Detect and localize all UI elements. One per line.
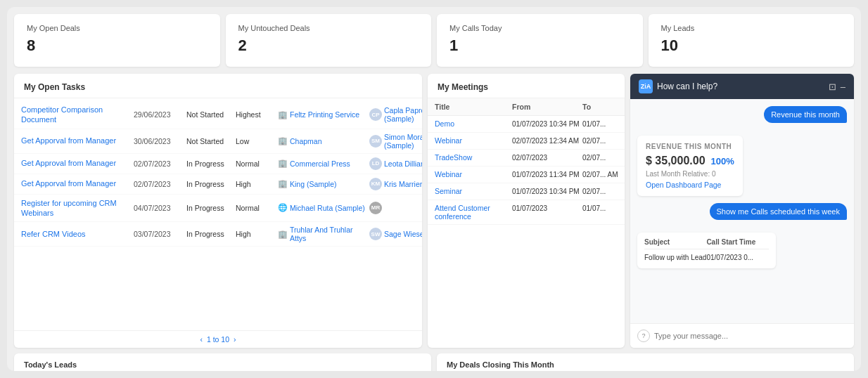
calls-row: Follow up with Lead 01/07/2023 0... bbox=[644, 252, 769, 263]
chat-minimize-button[interactable]: – bbox=[841, 82, 845, 92]
task-contact[interactable]: SM Simon Morasca (Sample) bbox=[369, 133, 422, 150]
meetings-column-headers: Title From To bbox=[428, 98, 625, 116]
chat-input-area: ? bbox=[630, 323, 854, 348]
task-title-link[interactable]: Get Apporval from Manager bbox=[21, 136, 134, 145]
untouched-deals-value: 2 bbox=[238, 37, 419, 55]
task-company[interactable]: 🏢 Feltz Printing Service bbox=[278, 110, 369, 119]
deals-closing-label: My Deals Closing This Month bbox=[447, 360, 554, 369]
table-row: Competitor Comparison Document 29/06/202… bbox=[14, 101, 422, 129]
open-deals-card: My Open Deals 8 bbox=[14, 14, 220, 67]
meeting-title[interactable]: Demo bbox=[435, 119, 512, 128]
pagination-next[interactable]: › bbox=[234, 335, 236, 344]
meeting-title[interactable]: Webinar bbox=[435, 170, 512, 178]
meeting-title[interactable]: TradeShow bbox=[435, 153, 512, 162]
avatar: SW bbox=[369, 228, 382, 240]
building-icon: 🌐 bbox=[278, 203, 288, 212]
task-priority: High bbox=[236, 180, 278, 188]
meeting-title[interactable]: Webinar bbox=[435, 136, 512, 145]
task-date: 04/07/2023 bbox=[134, 204, 186, 212]
today-leads-card: Today's Leads bbox=[14, 353, 431, 371]
task-date: 02/07/2023 bbox=[134, 159, 186, 168]
revenue-card: REVENUE THIS MONTH $ 35,000.00 100% Last… bbox=[637, 136, 743, 196]
task-title-link[interactable]: Refer CRM Videos bbox=[21, 229, 134, 239]
table-row: Register for upcoming CRM Webinars 04/07… bbox=[14, 195, 422, 223]
meeting-to: 02/07... bbox=[582, 153, 625, 162]
task-company[interactable]: 🏢 Commercial Press bbox=[278, 159, 369, 168]
meetings-table[interactable]: Title From To Demo 01/07/2023 10:34 PM 0… bbox=[428, 98, 625, 348]
untouched-deals-title: My Untouched Deals bbox=[238, 24, 419, 32]
tasks-header: My Open Tasks bbox=[14, 74, 422, 98]
chat-message-input[interactable] bbox=[654, 332, 847, 340]
deals-closing-card: My Deals Closing This Month bbox=[437, 353, 854, 371]
meeting-to: 02/07... AM bbox=[582, 170, 625, 179]
task-date: 03/07/2023 bbox=[134, 230, 186, 238]
task-title-link[interactable]: Get Approval from Manager bbox=[21, 158, 134, 168]
meeting-to: 01/07... bbox=[582, 119, 625, 129]
meeting-from: 01/07/2023 10:34 PM bbox=[512, 119, 582, 129]
meeting-to: 01/07... bbox=[582, 204, 625, 213]
list-item: Webinar 01/07/2023 11:34 PM 02/07... AM bbox=[428, 167, 625, 183]
table-row: Get Approval from Manager 02/07/2023 In … bbox=[14, 154, 422, 174]
leads-title: My Leads bbox=[661, 24, 842, 32]
untouched-deals-card: My Untouched Deals 2 bbox=[226, 14, 432, 67]
task-title-link[interactable]: Register for upcoming CRM Webinars bbox=[21, 198, 134, 219]
task-status: Not Started bbox=[186, 110, 236, 119]
open-dashboard-link[interactable]: Open Dashboard Page bbox=[646, 181, 734, 189]
meeting-from: 01/07/2023 10:34 PM bbox=[512, 187, 582, 196]
task-status: In Progress bbox=[186, 180, 236, 188]
calls-card-header: Subject Call Start Time bbox=[644, 238, 769, 249]
task-priority: Low bbox=[236, 137, 278, 145]
revenue-amount: $ 35,000.00 100% bbox=[646, 155, 734, 167]
meeting-to: 02/07... bbox=[582, 187, 625, 196]
meetings-panel: My Meetings Title From To Demo 01/07/202… bbox=[428, 74, 625, 348]
col-from: From bbox=[512, 103, 582, 111]
avatar: KM bbox=[369, 178, 382, 190]
task-status: Not Started bbox=[186, 137, 236, 145]
task-title-link[interactable]: Competitor Comparison Document bbox=[21, 105, 134, 125]
task-date: 29/06/2023 bbox=[134, 110, 186, 119]
task-contact[interactable]: MR bbox=[369, 202, 422, 214]
task-status: In Progress bbox=[186, 204, 236, 212]
task-company[interactable]: 🌐 Michael Ruta (Sample) bbox=[278, 203, 369, 212]
task-priority: Normal bbox=[236, 159, 278, 168]
revenue-value: $ 35,000.00 bbox=[646, 155, 706, 167]
building-icon: 🏢 bbox=[278, 136, 288, 145]
pagination-prev[interactable]: ‹ bbox=[200, 335, 203, 344]
task-company[interactable]: 🏢 King (Sample) bbox=[278, 179, 369, 188]
table-row: Get Apporval from Manager 02/07/2023 In … bbox=[14, 174, 422, 195]
revenue-last-month: Last Month Relative: 0 bbox=[646, 170, 734, 178]
meeting-from: 01/07/2023 bbox=[512, 204, 582, 213]
help-icon-label: ? bbox=[642, 332, 645, 339]
calls-col-subject: Subject bbox=[644, 238, 706, 246]
bottom-row: Today's Leads My Deals Closing This Mont… bbox=[14, 353, 854, 371]
task-company[interactable]: 🏢 Truhlar And Truhlar Attys bbox=[278, 226, 369, 242]
list-item: Seminar 01/07/2023 10:34 PM 02/07... bbox=[428, 183, 625, 200]
chat-expand-button[interactable]: ⊡ bbox=[829, 82, 836, 92]
avatar: SM bbox=[369, 135, 382, 148]
task-priority: Highest bbox=[236, 110, 278, 119]
chat-header-title: How can I help? bbox=[657, 82, 717, 91]
task-contact[interactable]: LD Leota Dilliard (Sample) bbox=[369, 157, 422, 170]
chat-help-icon[interactable]: ? bbox=[637, 330, 650, 342]
meeting-title[interactable]: Attend Customer conference bbox=[435, 204, 512, 221]
task-status: In Progress bbox=[186, 230, 236, 238]
meeting-title[interactable]: Seminar bbox=[435, 187, 512, 195]
task-company[interactable]: 🏢 Chapman bbox=[278, 136, 369, 145]
calls-today-card: My Calls Today 1 bbox=[437, 14, 643, 67]
task-priority: High bbox=[236, 230, 278, 238]
task-title-link[interactable]: Get Apporval from Manager bbox=[21, 178, 134, 188]
task-contact[interactable]: SW Sage Wieser (Sample) bbox=[369, 228, 422, 240]
calls-today-title: My Calls Today bbox=[449, 24, 630, 32]
revenue-pct: 100% bbox=[711, 156, 734, 167]
building-icon: 🏢 bbox=[278, 110, 288, 119]
calls-col-time: Call Start Time bbox=[706, 238, 768, 246]
avatar: MR bbox=[369, 202, 382, 214]
pagination-text: 1 to 10 bbox=[207, 335, 229, 344]
user-message-1: Revenue this month bbox=[764, 106, 847, 123]
avatar: CP bbox=[369, 108, 382, 121]
task-contact[interactable]: KM Kris Marrier (Sample) bbox=[369, 178, 422, 190]
user-message-2: Show me Calls scheduled this week bbox=[710, 203, 847, 220]
tasks-table[interactable]: Competitor Comparison Document 29/06/202… bbox=[14, 98, 422, 330]
task-date: 30/06/2023 bbox=[134, 137, 186, 145]
task-contact[interactable]: CP Capla Paprocki (Sample) bbox=[369, 106, 422, 123]
